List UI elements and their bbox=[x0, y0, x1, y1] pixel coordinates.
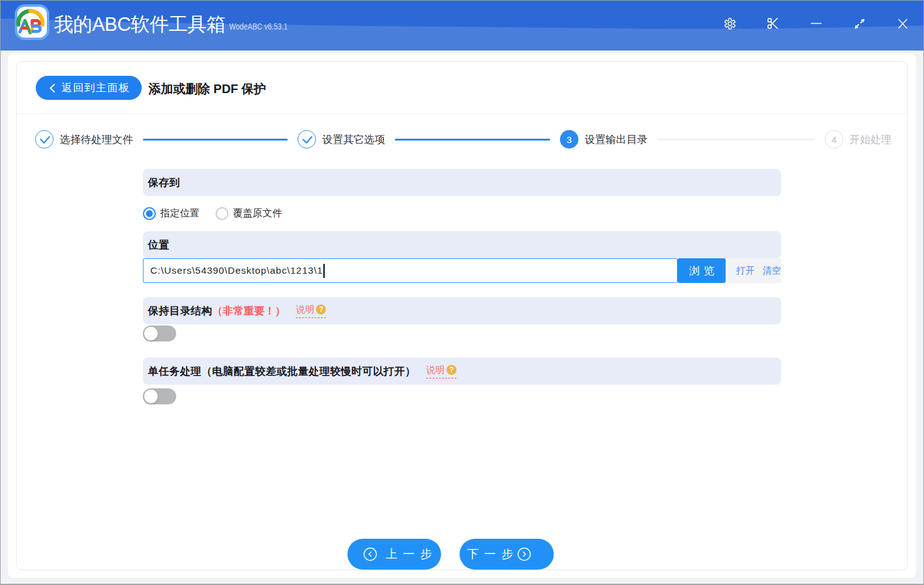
step-connector bbox=[395, 139, 550, 141]
screenshot-button[interactable] bbox=[752, 0, 795, 51]
toggle-knob bbox=[144, 326, 158, 341]
gear-icon bbox=[724, 17, 736, 31]
location-links: 打开 清空 bbox=[727, 258, 781, 283]
keep-structure-title: 保持目录结构 bbox=[148, 304, 212, 318]
minimize-icon bbox=[809, 16, 824, 31]
step-3-label: 设置输出目录 bbox=[585, 133, 647, 147]
minimize-button[interactable] bbox=[795, 0, 838, 51]
single-task-toggle[interactable] bbox=[143, 388, 176, 404]
single-task-help-link[interactable]: 说明? bbox=[426, 364, 456, 378]
browse-button[interactable]: 浏览 bbox=[678, 258, 726, 283]
keep-structure-note: （非常重要！） bbox=[212, 304, 285, 318]
text-caret bbox=[323, 264, 324, 278]
settings-button[interactable] bbox=[708, 0, 752, 51]
single-task-section-header: 单任务处理（电脑配置较差或批量处理较慢时可以打开） 说明? bbox=[143, 358, 781, 385]
step-4-label: 开始处理 bbox=[849, 133, 891, 147]
save-to-section-header: 保存到 bbox=[143, 169, 781, 196]
location-section-header: 位置 bbox=[143, 231, 781, 258]
back-button-label: 返回到主面板 bbox=[62, 81, 130, 95]
help-question-icon: ? bbox=[447, 365, 456, 375]
toggle-knob bbox=[144, 389, 158, 404]
back-to-dashboard-button[interactable]: 返回到主面板 bbox=[36, 76, 142, 100]
step-connector bbox=[657, 139, 815, 141]
check-icon bbox=[36, 131, 52, 147]
radio-specified-location-label[interactable]: 指定位置 bbox=[160, 207, 200, 220]
expand-icon bbox=[853, 17, 866, 30]
step-1-circle bbox=[35, 130, 54, 149]
maximize-button[interactable] bbox=[838, 0, 881, 51]
app-logo-icon bbox=[15, 4, 49, 40]
radio-specified-location[interactable] bbox=[143, 207, 156, 220]
check-icon bbox=[299, 131, 315, 147]
titlebar: 我的ABC软件工具箱 WodeABC v6.53.1 bbox=[0, 0, 924, 51]
step-4-circle: 4 bbox=[825, 130, 843, 149]
keep-structure-help-link[interactable]: 说明? bbox=[296, 304, 326, 318]
page-title: 添加或删除 PDF 保护 bbox=[148, 81, 266, 97]
app-title: 我的ABC软件工具箱 bbox=[54, 12, 225, 38]
radio-overwrite-original[interactable] bbox=[216, 207, 229, 220]
step-connector bbox=[143, 139, 288, 141]
circle-chevron-right-icon bbox=[517, 547, 531, 561]
header-divider bbox=[17, 113, 907, 114]
outer-panel: 返回到主面板 添加或删除 PDF 保护 选择待处理文件 设置其它选项 3 设置输… bbox=[8, 54, 916, 578]
keep-structure-section-header: 保持目录结构 （非常重要！） 说明? bbox=[143, 297, 781, 324]
radio-overwrite-original-label[interactable]: 覆盖原文件 bbox=[233, 207, 282, 220]
app-version: WodeABC v6.53.1 bbox=[229, 21, 288, 31]
help-link-label: 说明 bbox=[426, 364, 445, 376]
circle-chevron-left-icon bbox=[363, 547, 377, 561]
help-link-label: 说明 bbox=[296, 304, 314, 316]
previous-step-button[interactable]: 上一步 bbox=[347, 539, 441, 570]
location-title: 位置 bbox=[148, 238, 169, 252]
keep-structure-toggle[interactable] bbox=[143, 325, 176, 342]
single-task-title: 单任务处理（电脑配置较差或批量处理较慢时可以打开） bbox=[148, 364, 416, 378]
location-input[interactable]: C:\Users\54390\Desktop\abc\1213\1 bbox=[143, 258, 678, 283]
previous-step-label: 上一步 bbox=[386, 546, 437, 562]
help-question-icon: ? bbox=[316, 305, 326, 314]
open-link[interactable]: 打开 bbox=[736, 265, 755, 277]
save-to-options: 指定位置 覆盖原文件 bbox=[143, 196, 282, 231]
main-card: 返回到主面板 添加或删除 PDF 保护 选择待处理文件 设置其它选项 3 设置输… bbox=[16, 61, 908, 570]
next-step-button[interactable]: 下一步 bbox=[460, 539, 554, 570]
location-row: C:\Users\54390\Desktop\abc\1213\1 浏览 打开 … bbox=[143, 258, 781, 283]
scissors-icon bbox=[766, 16, 780, 31]
close-button[interactable] bbox=[881, 0, 924, 51]
next-step-label: 下一步 bbox=[467, 546, 519, 562]
clear-link[interactable]: 清空 bbox=[763, 265, 781, 277]
titlebar-buttons bbox=[708, 0, 924, 51]
step-2-circle bbox=[298, 130, 316, 149]
step-3-circle: 3 bbox=[560, 130, 578, 149]
save-to-title: 保存到 bbox=[148, 176, 180, 190]
step-2-label: 设置其它选项 bbox=[322, 133, 385, 147]
chevron-left-icon bbox=[48, 83, 57, 93]
step-indicator: 选择待处理文件 设置其它选项 3 设置输出目录 4 开始处理 bbox=[35, 130, 891, 149]
step-1-label: 选择待处理文件 bbox=[60, 133, 133, 147]
close-icon bbox=[896, 17, 910, 31]
